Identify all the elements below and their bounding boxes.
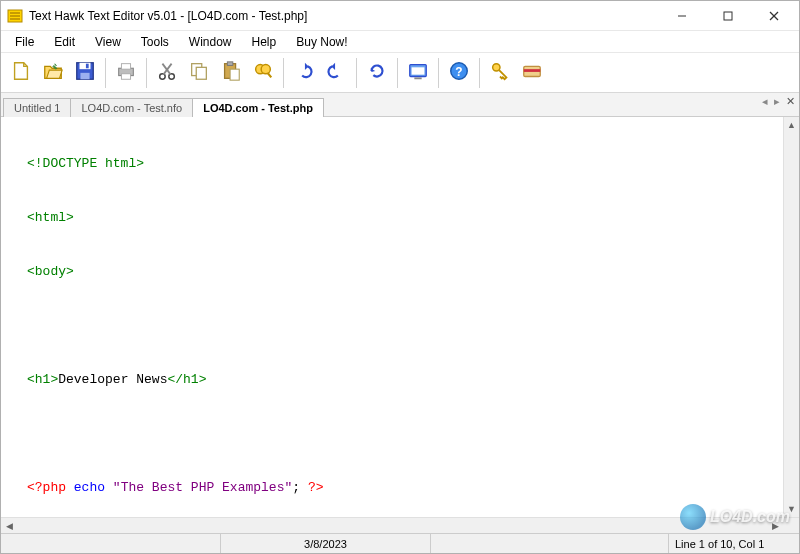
- toolbar: ?: [1, 53, 799, 93]
- code-token: ?>: [300, 480, 323, 495]
- horizontal-scrollbar[interactable]: ◀ ▶: [1, 517, 799, 533]
- code-editor[interactable]: <!DOCTYPE html> <html> <body> <h1>Develo…: [27, 117, 799, 517]
- print-icon: [115, 60, 137, 86]
- maximize-button[interactable]: [705, 1, 751, 31]
- status-position: Line 1 of 10, Col 1: [669, 534, 799, 553]
- toolbar-separator: [146, 58, 147, 88]
- redo-button[interactable]: [321, 58, 351, 88]
- tab-test-nfo[interactable]: LO4D.com - Test.nfo: [70, 98, 193, 117]
- tab-untitled-1[interactable]: Untitled 1: [3, 98, 71, 117]
- svg-rect-22: [227, 61, 233, 65]
- app-window: Text Hawk Text Editor v5.01 - [LO4D.com …: [0, 0, 800, 554]
- menu-help[interactable]: Help: [242, 33, 287, 51]
- preview-button[interactable]: [403, 58, 433, 88]
- svg-rect-20: [196, 67, 206, 79]
- cut-icon: [156, 60, 178, 86]
- cut-button[interactable]: [152, 58, 182, 88]
- open-file-icon: [42, 60, 64, 86]
- toolbar-separator: [438, 58, 439, 88]
- code-token: <h1>: [27, 372, 58, 387]
- svg-rect-23: [230, 69, 239, 80]
- menu-tools[interactable]: Tools: [131, 33, 179, 51]
- refresh-icon: [366, 60, 388, 86]
- minimize-button[interactable]: [659, 1, 705, 31]
- copy-button[interactable]: [184, 58, 214, 88]
- svg-point-32: [493, 63, 500, 70]
- copy-icon: [188, 60, 210, 86]
- svg-text:?: ?: [455, 64, 462, 78]
- code-token: <!DOCTYPE html>: [27, 156, 144, 171]
- code-token: "The Best PHP Examples": [105, 480, 292, 495]
- menu-window[interactable]: Window: [179, 33, 242, 51]
- toolbar-separator: [397, 58, 398, 88]
- help-button[interactable]: ?: [444, 58, 474, 88]
- tab-test-php[interactable]: LO4D.com - Test.php: [192, 98, 324, 117]
- new-file-button[interactable]: [6, 58, 36, 88]
- titlebar: Text Hawk Text Editor v5.01 - [LO4D.com …: [1, 1, 799, 31]
- undo-icon: [293, 60, 315, 86]
- menubar: File Edit View Tools Window Help Buy Now…: [1, 31, 799, 53]
- tab-close-button[interactable]: ✕: [786, 95, 795, 108]
- scroll-up-icon[interactable]: ▲: [784, 117, 800, 133]
- code-token: <?php: [27, 480, 66, 495]
- tabstrip: Untitled 1 LO4D.com - Test.nfo LO4D.com …: [1, 93, 799, 117]
- window-title: Text Hawk Text Editor v5.01 - [LO4D.com …: [29, 9, 307, 23]
- svg-line-26: [268, 72, 272, 77]
- svg-rect-10: [80, 72, 89, 78]
- redo-icon: [325, 60, 347, 86]
- open-file-button[interactable]: [38, 58, 68, 88]
- scroll-track[interactable]: [18, 520, 766, 532]
- tab-next-button[interactable]: ▸: [774, 95, 780, 108]
- help-icon: ?: [448, 60, 470, 86]
- statusbar: 3/8/2023 Line 1 of 10, Col 1: [1, 533, 799, 553]
- svg-rect-13: [121, 63, 130, 68]
- svg-rect-11: [86, 63, 89, 68]
- gutter: [1, 117, 27, 517]
- app-icon: [7, 8, 23, 24]
- save-button[interactable]: [70, 58, 100, 88]
- new-file-icon: [10, 60, 32, 86]
- refresh-button[interactable]: [362, 58, 392, 88]
- toolbar-separator: [283, 58, 284, 88]
- toolbar-separator: [356, 58, 357, 88]
- code-token: </h1>: [167, 372, 206, 387]
- print-button[interactable]: [111, 58, 141, 88]
- scroll-down-icon[interactable]: ▼: [784, 501, 800, 517]
- preview-icon: [407, 60, 429, 86]
- svg-rect-5: [724, 12, 732, 20]
- register-button[interactable]: [485, 58, 515, 88]
- toolbar-separator: [105, 58, 106, 88]
- status-stretch: [431, 534, 669, 553]
- save-icon: [74, 60, 96, 86]
- svg-rect-28: [412, 67, 425, 74]
- vertical-scrollbar[interactable]: ▲ ▼: [783, 117, 799, 517]
- tab-prev-button[interactable]: ◂: [762, 95, 768, 108]
- code-token: <html>: [27, 210, 74, 225]
- paste-icon: [220, 60, 242, 86]
- find-icon: [252, 60, 274, 86]
- code-token: Developer News: [58, 372, 167, 387]
- key-icon: [489, 60, 511, 86]
- editor-area: <!DOCTYPE html> <html> <body> <h1>Develo…: [1, 117, 799, 517]
- find-button[interactable]: [248, 58, 278, 88]
- menu-file[interactable]: File: [5, 33, 44, 51]
- card-icon: [521, 60, 543, 86]
- svg-rect-9: [80, 62, 91, 68]
- code-token: echo: [66, 480, 105, 495]
- paste-button[interactable]: [216, 58, 246, 88]
- undo-button[interactable]: [289, 58, 319, 88]
- close-button[interactable]: [751, 1, 797, 31]
- purchase-button[interactable]: [517, 58, 547, 88]
- code-token: ;: [292, 480, 300, 495]
- scroll-corner: [783, 518, 799, 534]
- status-blank: [1, 534, 221, 553]
- code-token: <body>: [27, 264, 74, 279]
- menu-edit[interactable]: Edit: [44, 33, 85, 51]
- scroll-left-icon[interactable]: ◀: [1, 518, 17, 534]
- scroll-right-icon[interactable]: ▶: [767, 518, 783, 534]
- menu-view[interactable]: View: [85, 33, 131, 51]
- menu-buy-now[interactable]: Buy Now!: [286, 33, 357, 51]
- status-date: 3/8/2023: [221, 534, 431, 553]
- svg-rect-29: [414, 77, 421, 79]
- svg-rect-14: [121, 73, 130, 79]
